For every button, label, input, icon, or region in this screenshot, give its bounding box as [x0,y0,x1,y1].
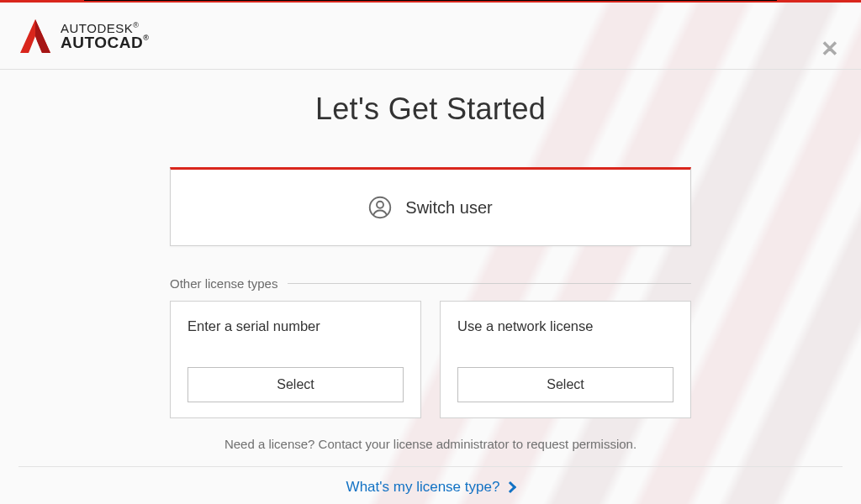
help-link-text: What's my license type? [346,479,500,496]
user-icon [368,196,392,219]
network-license-title: Use a network license [457,318,673,334]
main-content: Let's Get Started Switch user Other lice… [0,70,861,496]
brand-text: AUTODESK® AUTOCAD® [61,22,149,50]
switch-user-label: Switch user [405,198,492,218]
svg-point-1 [377,202,383,208]
network-license-card: Use a network license Select [440,301,691,418]
top-dark-strip [84,0,777,1]
close-button[interactable]: ✕ [821,38,839,60]
serial-number-title: Enter a serial number [188,318,404,334]
bottom-divider [18,466,843,467]
registered-mark: ® [133,21,139,29]
need-license-text: Need a license? Contact your license adm… [224,437,637,451]
brand-logo: AUTODESK® AUTOCAD® [18,18,149,55]
other-license-header: Other license types [170,276,691,291]
other-license-label: Other license types [170,276,277,291]
brand-line1: AUTODESK® [61,22,149,34]
brand-line2: AUTOCAD® [61,34,149,50]
license-options-row: Enter a serial number Select Use a netwo… [170,301,691,418]
help-license-type-link[interactable]: What's my license type? [346,479,515,496]
autocad-a-icon [18,18,52,55]
page-title: Let's Get Started [315,92,546,127]
header: AUTODESK® AUTOCAD® ✕ [0,3,861,70]
chevron-right-icon [504,481,516,493]
registered-mark: ® [143,34,149,42]
network-license-select-button[interactable]: Select [457,367,673,402]
brand-line2-text: AUTOCAD [61,34,143,51]
divider [288,283,691,284]
switch-user-card[interactable]: Switch user [170,167,691,246]
serial-number-select-button[interactable]: Select [188,367,404,402]
serial-number-card: Enter a serial number Select [170,301,421,418]
